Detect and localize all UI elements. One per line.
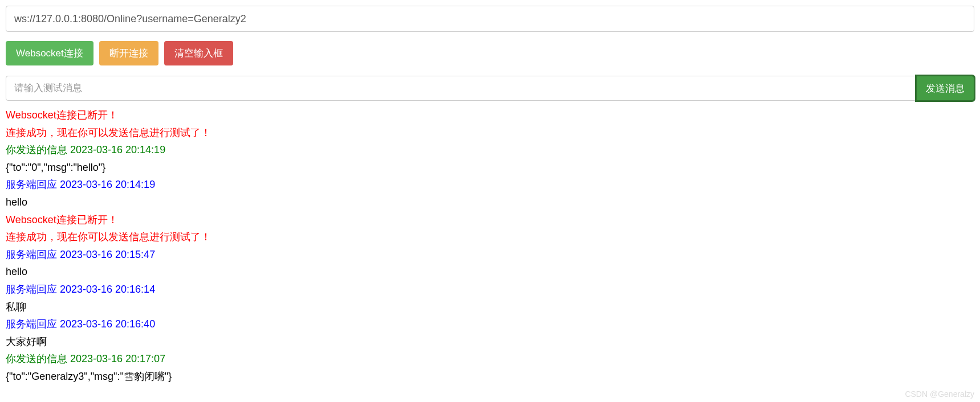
- log-line: Websocket连接已断开！: [6, 106, 974, 124]
- log-line: 你发送的信息 2023-03-16 20:14:19: [6, 141, 974, 159]
- log-line: hello: [6, 194, 974, 211]
- log-line: 大家好啊: [6, 333, 974, 351]
- send-button[interactable]: 发送消息: [916, 76, 974, 101]
- log-line: 服务端回应 2023-03-16 20:16:14: [6, 281, 974, 298]
- log-line: 你发送的信息 2023-03-16 20:17:07: [6, 350, 974, 368]
- log-output: Websocket连接已断开！连接成功，现在你可以发送信息进行测试了！你发送的信…: [6, 106, 974, 385]
- log-line: {"to":"0","msg":"hello"}: [6, 159, 974, 177]
- websocket-url-input[interactable]: [6, 6, 974, 32]
- log-line: 连接成功，现在你可以发送信息进行测试了！: [6, 228, 974, 246]
- clear-button[interactable]: 清空输入框: [164, 41, 233, 65]
- log-line: 私聊: [6, 298, 974, 316]
- log-line: 连接成功，现在你可以发送信息进行测试了！: [6, 124, 974, 142]
- disconnect-button[interactable]: 断开连接: [99, 41, 158, 65]
- log-line: Websocket连接已断开！: [6, 211, 974, 229]
- log-line: {"to":"Generalzy3","msg":"雪豹闭嘴"}: [6, 368, 974, 385]
- log-line: hello: [6, 263, 974, 281]
- log-line: 服务端回应 2023-03-16 20:14:19: [6, 176, 974, 194]
- log-line: 服务端回应 2023-03-16 20:15:47: [6, 246, 974, 264]
- connect-button[interactable]: Websocket连接: [6, 41, 93, 65]
- message-input-group: 发送消息: [6, 76, 974, 101]
- message-input[interactable]: [6, 76, 916, 101]
- watermark: CSDN @Generalzy: [905, 389, 974, 391]
- log-line: 服务端回应 2023-03-16 20:16:40: [6, 315, 974, 333]
- action-button-row: Websocket连接 断开连接 清空输入框: [6, 41, 974, 65]
